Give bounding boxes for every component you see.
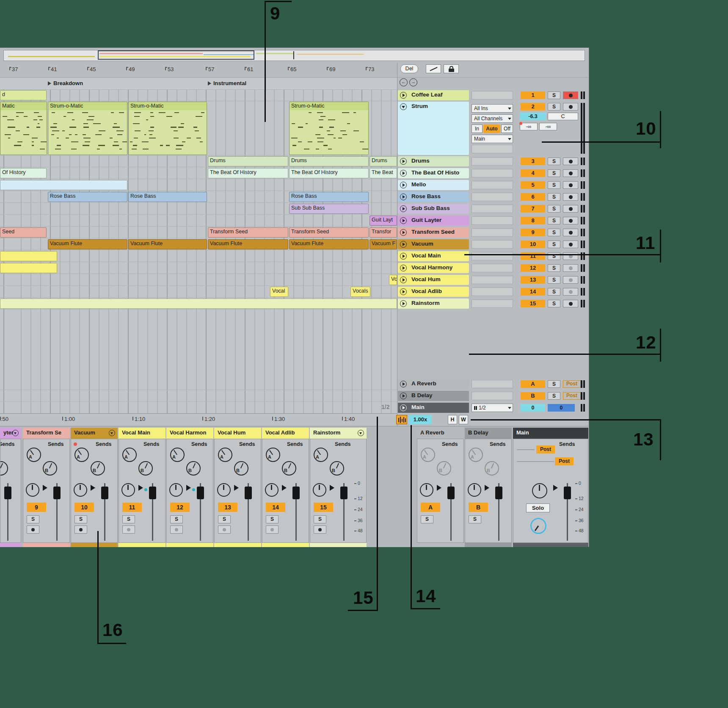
return-solo-button[interactable]: S	[548, 380, 560, 388]
track-freeze-handle[interactable]	[581, 241, 582, 248]
volume-fader-cap[interactable]	[340, 487, 347, 499]
volume-fader-cap[interactable]	[245, 487, 252, 499]
track-solo-button[interactable]: S	[548, 300, 560, 307]
clip[interactable]: Vocal	[270, 287, 288, 297]
send-a-post-toggle[interactable]: Post	[536, 445, 555, 454]
zoom-height-button[interactable]: H	[448, 415, 457, 424]
strip-solo-button[interactable]: S	[170, 515, 183, 523]
track-freeze-handle[interactable]	[581, 380, 582, 388]
track-arm-button[interactable]	[563, 288, 578, 296]
return-device-slot[interactable]	[472, 392, 513, 400]
track-freeze-handle[interactable]	[581, 193, 582, 201]
clip[interactable]	[0, 263, 57, 273]
send-knob-a[interactable]: A	[314, 448, 328, 462]
track-header-1[interactable]: Strum	[398, 102, 469, 155]
cue-out-selector[interactable]: 1/2	[472, 404, 513, 412]
strip-solo-button[interactable]: S	[421, 515, 433, 523]
pan-knob[interactable]	[74, 483, 87, 497]
track-volume-value[interactable]: -6.3	[520, 113, 546, 120]
track-number[interactable]: 15	[521, 300, 545, 307]
return-track-header-0[interactable]: A Reverb	[398, 379, 469, 389]
clip[interactable]: Rose Bass	[48, 192, 127, 202]
track-arm-button[interactable]	[563, 103, 578, 111]
track-solo-button[interactable]: S	[548, 193, 560, 201]
clip[interactable]: Rose Bass	[289, 192, 369, 202]
track-freeze-handle[interactable]	[583, 252, 585, 260]
mixer-strip-header[interactable]: Vocal Hum	[214, 428, 261, 439]
pan-knob[interactable]	[26, 483, 39, 497]
track-unfold-icon[interactable]	[400, 277, 407, 283]
volume-fader-cap[interactable]	[564, 487, 571, 499]
track-freeze-handle[interactable]	[581, 252, 582, 260]
track-device-slot[interactable]	[472, 228, 513, 237]
optimize-arrangement-view-button[interactable]	[396, 415, 407, 424]
return-solo-button[interactable]: S	[548, 392, 560, 400]
track-device-slot[interactable]	[472, 91, 513, 100]
track-number[interactable]: 5	[521, 181, 545, 189]
track-header-13[interactable]: Vocal Adlib	[398, 287, 469, 297]
track-solo-button[interactable]: S	[548, 181, 560, 189]
track-unfold-icon[interactable]	[400, 103, 407, 110]
track-freeze-handle[interactable]	[581, 205, 582, 213]
draw-mode-button[interactable]	[426, 64, 441, 73]
clip[interactable]	[0, 180, 127, 190]
track-header-0[interactable]: Coffee Leaf	[398, 90, 469, 100]
track-freeze-handle[interactable]	[583, 300, 585, 307]
strip-track-number[interactable]: 15	[314, 503, 333, 512]
track-number[interactable]: 12	[521, 264, 545, 272]
main-volume-value[interactable]: 0	[548, 404, 575, 412]
volume-fader-cap[interactable]	[53, 487, 61, 499]
track-number[interactable]: 2	[521, 103, 545, 111]
return-track-number[interactable]: B	[521, 392, 545, 400]
clip[interactable]: Drums	[370, 156, 397, 166]
output-selector[interactable]: Main	[472, 135, 513, 143]
track-arm-button[interactable]	[563, 205, 578, 213]
track-solo-button[interactable]: S	[548, 276, 560, 284]
strip-arm-button[interactable]	[74, 525, 87, 534]
clip[interactable]: Vacuum F	[370, 239, 397, 249]
send-knob-b[interactable]: B	[138, 461, 153, 476]
track-unfold-icon[interactable]	[400, 393, 407, 399]
track-solo-button[interactable]: S	[548, 241, 560, 248]
send-knob-a[interactable]: A	[27, 448, 41, 462]
mixer-strip-header[interactable]: A Reverb	[417, 428, 464, 439]
clip[interactable]: Vacuum Flute	[208, 239, 288, 249]
strip-arm-button[interactable]	[266, 525, 279, 534]
send-knob-b[interactable]: B	[485, 461, 499, 476]
track-pan-value[interactable]: C	[548, 113, 578, 120]
track-device-slot[interactable]	[472, 193, 513, 201]
clip[interactable]: Vacuum Flute	[128, 239, 207, 249]
track-unfold-icon[interactable]	[400, 241, 407, 248]
send-knob-b[interactable]: B	[330, 461, 344, 476]
track-unfold-icon[interactable]	[400, 92, 407, 99]
volume-fader-cap[interactable]	[149, 487, 156, 499]
mixer-strip-header[interactable]: Transform Se	[23, 428, 70, 439]
clip[interactable]: The Beat Of History	[208, 168, 288, 178]
track-freeze-handle[interactable]	[583, 229, 585, 236]
mixer-strip-header[interactable]: Main	[513, 428, 588, 439]
track-header-5[interactable]: Rose Bass	[398, 192, 469, 202]
track-arm-button[interactable]	[563, 169, 578, 177]
track-device-slot[interactable]	[472, 216, 513, 225]
clip[interactable]: Strum-o-Matic	[48, 102, 127, 155]
clip[interactable]: d	[0, 90, 47, 100]
track-unfold-icon[interactable]	[400, 217, 407, 224]
track-solo-button[interactable]: S	[548, 252, 560, 260]
pan-knob[interactable]	[313, 483, 326, 497]
strip-track-number[interactable]: 12	[170, 503, 190, 512]
track-unfold-icon[interactable]	[400, 205, 407, 212]
track-number[interactable]: 11	[521, 252, 545, 260]
track-arm-button[interactable]	[563, 158, 578, 165]
volume-fader-cap[interactable]	[447, 487, 455, 499]
send-knob-b[interactable]: B	[43, 461, 57, 476]
track-arm-button[interactable]	[563, 252, 578, 260]
clip[interactable]: The Beat Of History	[289, 168, 369, 178]
track-arm-button[interactable]	[563, 276, 578, 284]
track-header-4[interactable]: Mello	[398, 180, 469, 190]
track-device-slot[interactable]	[472, 276, 513, 284]
cue-volume-knob[interactable]	[530, 518, 546, 534]
send-knob-b[interactable]: B	[186, 461, 201, 476]
track-freeze-handle[interactable]	[581, 229, 582, 236]
strip-solo-button[interactable]: S	[266, 515, 279, 523]
delete-button[interactable]: Del	[400, 64, 418, 73]
